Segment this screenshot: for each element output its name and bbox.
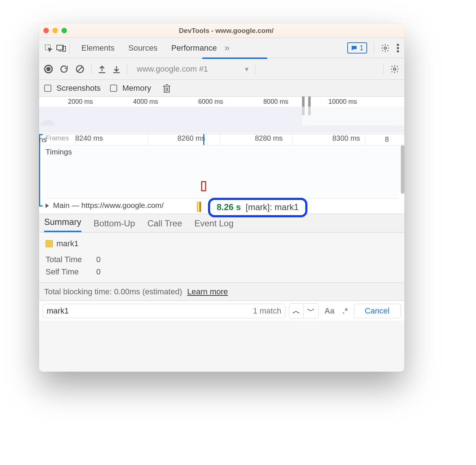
titlebar: DevTools - www.google.com/ [39,24,404,38]
axis-tick: 8300 ms [307,134,385,144]
window-controls [43,28,67,33]
expand-triangle-icon [46,204,49,208]
summary-panel: mark1 Total Time0 Self Time0 [39,232,404,282]
self-time-value: 0 [96,267,101,277]
recording-selector[interactable]: www.google.com #1 ▾ [137,64,248,74]
overview-tick: 10000 ms [328,98,357,106]
divider [127,63,127,75]
callout-text: [mark]: mark1 [246,202,299,212]
tab-performance[interactable]: Performance [170,42,218,54]
kebab-menu-icon[interactable] [396,43,399,53]
tab-sources[interactable]: Sources [127,42,159,54]
feedback-button[interactable]: 1 [347,42,367,54]
divider [91,63,92,75]
search-bar: mark1 1 match ︿ ﹀ Aa .* Cancel [39,300,404,321]
overview-timeline[interactable]: 2000 ms 4000 ms 6000 ms 8000 ms 10000 ms… [39,97,404,134]
main-task-bar[interactable] [199,202,201,212]
device-toolbar-icon[interactable] [56,44,66,52]
timing-marker[interactable] [201,181,206,191]
tab-call-tree[interactable]: Call Tree [147,218,182,232]
frames-label: Frames [46,134,75,144]
blocking-time-text: Total blocking time: 0.00ms (estimated) [44,287,182,297]
perf-toolbar: www.google.com #1 ▾ [39,58,404,80]
axis-tick: 8260 ms [153,134,230,144]
summary-title-row: mark1 [46,239,398,248]
divider [383,63,383,75]
svg-point-7 [397,50,399,52]
total-time-label: Total Time [46,255,89,264]
more-tabs-icon[interactable]: » [222,42,230,54]
axis-tick: 8 [385,134,399,144]
tab-summary[interactable]: Summary [44,217,81,232]
total-time-value: 0 [96,255,101,264]
trash-icon[interactable] [163,84,171,93]
timings-track-label: Timings [46,148,72,156]
overview-tick: 8000 ms [263,98,288,106]
window-title: DevTools - www.google.com/ [74,27,400,35]
overview-net-strip [39,125,404,133]
overview-mask [302,107,404,125]
zoom-window-button[interactable] [61,28,67,33]
feedback-count: 1 [360,44,364,52]
search-nav: ︿ ﹀ [289,303,319,319]
learn-more-link[interactable]: Learn more [187,287,228,297]
mark-callout: 8.26 s [mark]: mark1 [208,198,307,217]
svg-point-5 [397,44,399,46]
axis-tick: 8240 ms [75,134,153,144]
svg-line-9 [78,67,82,71]
flamechart[interactable]: ns Frames 8240 ms 8260 ms 8280 ms 8300 m… [39,134,404,214]
upload-icon[interactable] [98,65,106,73]
main-track-label[interactable]: Main — https://www.google.com/ [46,201,164,210]
record-button[interactable] [44,65,53,73]
tab-elements[interactable]: Elements [80,42,116,54]
vertical-scrollbar[interactable] [401,145,404,194]
search-input[interactable]: mark1 1 match [43,304,285,318]
dropdown-caret-icon: ▾ [245,65,248,73]
tab-bottom-up[interactable]: Bottom-Up [94,218,135,232]
overview-tick: 4000 ms [133,98,158,106]
color-swatch [46,240,53,247]
svg-point-12 [394,68,396,70]
svg-rect-13 [164,86,169,92]
divider [255,63,255,75]
cancel-button[interactable]: Cancel [354,304,401,318]
memory-checkbox[interactable] [110,85,117,92]
flamechart-axis: Frames 8240 ms 8260 ms 8280 ms 8300 ms 8 [46,134,399,144]
close-window-button[interactable] [43,28,49,33]
download-icon[interactable] [112,65,120,73]
devtools-window: DevTools - www.google.com/ Elements Sour… [39,24,404,372]
overview-tick: 6000 ms [198,98,223,106]
main-task-bar[interactable] [197,202,199,212]
search-next-button[interactable]: ﹀ [304,304,318,318]
overview-tick: 2000 ms [68,98,93,106]
blocking-time-footer: Total blocking time: 0.00ms (estimated) … [39,282,404,300]
tab-list: Elements Sources Performance [80,42,218,54]
regex-toggle[interactable]: .* [340,306,350,316]
svg-point-6 [397,47,399,49]
divider [374,42,374,54]
screenshots-checkbox[interactable] [44,85,51,92]
perf-options: Screenshots Memory [39,80,404,97]
selection-bracket [39,134,43,206]
inspect-element-icon[interactable] [44,44,53,52]
tab-event-log[interactable]: Event Log [194,218,233,232]
gear-icon[interactable] [381,43,390,53]
self-time-label: Self Time [46,267,89,277]
memory-label: Memory [122,84,151,93]
callout-time: 8.26 s [217,202,241,212]
panel-tabs: Elements Sources Performance » 1 [39,38,404,58]
clear-icon[interactable] [75,64,85,74]
match-case-toggle[interactable]: Aa [322,306,337,316]
divider [69,42,70,54]
axis-tick: 8280 ms [230,134,307,144]
minimize-window-button[interactable] [52,28,58,33]
reload-icon[interactable] [59,64,69,74]
gear-icon[interactable] [390,64,399,74]
active-tab-underline [202,57,267,59]
svg-point-4 [384,47,387,49]
search-match-count: 1 match [253,306,281,316]
search-prev-button[interactable]: ︿ [289,304,304,318]
search-value: mark1 [47,306,69,316]
screenshots-label: Screenshots [56,84,101,93]
summary-mark-name: mark1 [56,239,78,248]
